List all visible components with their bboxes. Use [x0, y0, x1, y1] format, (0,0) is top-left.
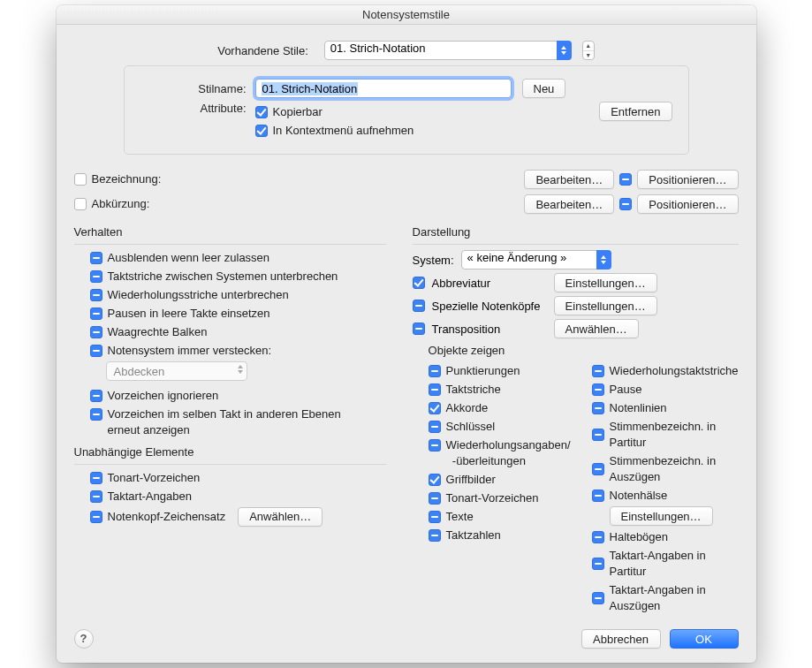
object-checkbox[interactable] — [429, 383, 441, 396]
abkuerzung-label: Abkürzung: — [92, 196, 150, 212]
help-button[interactable]: ? — [74, 629, 94, 649]
bezeichnung-position-state[interactable] — [619, 173, 632, 186]
object-checkbox[interactable] — [429, 529, 441, 542]
bezeichnung-checkbox[interactable] — [74, 173, 87, 186]
object-checkbox[interactable] — [592, 592, 604, 604]
updown-icon — [557, 41, 572, 60]
transposition-select-button[interactable]: Anwählen… — [554, 319, 639, 338]
abbrev-label: Abbreviatur — [432, 277, 547, 290]
stems-settings-button[interactable]: Einstellungen… — [610, 506, 713, 526]
objects-heading: Objekte zeigen — [429, 344, 739, 357]
verhalten-checkbox[interactable] — [90, 307, 102, 320]
object-checkbox[interactable] — [429, 492, 441, 505]
system-label: System: — [413, 254, 454, 267]
right-column: Darstellung System: « keine Änderung » A… — [413, 222, 739, 617]
abkuerzung-position-state[interactable] — [619, 198, 632, 210]
transposition-label: Transposition — [432, 323, 547, 336]
abkuerzung-position-button[interactable]: Positionieren… — [637, 194, 738, 214]
remove-button[interactable]: Entfernen — [599, 102, 672, 121]
object-checkbox[interactable] — [429, 439, 441, 452]
ignore-acc-checkbox[interactable] — [90, 390, 102, 402]
abkuerzung-checkbox[interactable] — [74, 198, 87, 210]
dialog-window: Notensystemstile Vorhandene Stile: 01. S… — [57, 5, 756, 663]
special-heads-label: Spezielle Notenköpfe — [432, 300, 547, 313]
existing-styles-select[interactable]: 01. Strich-Notation — [324, 41, 572, 60]
verhalten-checkbox[interactable] — [90, 289, 102, 301]
dialog-content: Vorhandene Stile: 01. Strich-Notation ▲▼… — [57, 25, 756, 663]
notehead-font-select-button[interactable]: Anwählen… — [238, 507, 323, 527]
contextmenu-label: In Kontextmenü aufnehmen — [273, 123, 414, 139]
verhalten-heading: Verhalten — [74, 225, 386, 239]
object-checkbox[interactable] — [592, 383, 604, 396]
bezeichnung-position-button[interactable]: Positionieren… — [637, 170, 738, 189]
abkuerzung-edit-button[interactable]: Bearbeiten… — [524, 194, 614, 214]
notehead-font-checkbox[interactable] — [90, 511, 102, 523]
timesig-checkbox[interactable] — [90, 490, 102, 503]
special-heads-checkbox[interactable] — [413, 300, 425, 312]
system-select[interactable]: « keine Änderung » — [461, 250, 611, 269]
object-checkbox[interactable] — [429, 511, 441, 523]
existing-styles-label: Vorhandene Stile: — [217, 44, 308, 57]
cancel-button[interactable]: Abbrechen — [581, 629, 661, 649]
object-checkbox[interactable] — [592, 402, 604, 414]
bezeichnung-label: Bezeichnung: — [92, 171, 162, 187]
window-title: Notensystemstile — [57, 5, 756, 25]
verhalten-checkbox[interactable] — [90, 345, 102, 357]
object-checkbox[interactable] — [429, 474, 441, 486]
attributes-label: Attribute: — [140, 102, 247, 115]
style-stepper[interactable]: ▲▼ — [582, 41, 595, 60]
object-checkbox[interactable] — [592, 463, 604, 475]
object-checkbox[interactable] — [429, 402, 441, 414]
left-column: Verhalten Ausblenden wenn leer zulassenT… — [74, 222, 386, 617]
special-heads-settings-button[interactable]: Einstellungen… — [554, 296, 657, 315]
object-checkbox[interactable] — [592, 531, 604, 543]
abbrev-settings-button[interactable]: Einstellungen… — [554, 273, 657, 292]
stylename-input[interactable]: 01. Strich-Notation — [255, 79, 512, 98]
ignore-acc-label: Vorzeichen ignorieren — [108, 388, 219, 404]
object-checkbox[interactable] — [429, 365, 441, 377]
transposition-checkbox[interactable] — [413, 323, 425, 335]
style-group: Stilname: 01. Strich-Notation Neu Attrib… — [124, 65, 689, 155]
hide-mode-select[interactable]: Abdecken — [106, 361, 247, 381]
darstellung-heading: Darstellung — [413, 225, 739, 239]
redisplay-acc-checkbox[interactable] — [90, 408, 102, 421]
verhalten-checkbox[interactable] — [90, 252, 102, 264]
updown-icon — [596, 250, 611, 269]
redisplay-acc-label: Vorzeichen im selben Takt in anderen Ebe… — [108, 406, 355, 438]
copyable-label: Kopierbar — [273, 104, 323, 120]
keysig-checkbox[interactable] — [90, 472, 102, 484]
unabhaengig-heading: Unabhängige Elemente — [74, 445, 386, 459]
object-checkbox[interactable] — [592, 558, 604, 570]
bezeichnung-edit-button[interactable]: Bearbeiten… — [524, 170, 614, 189]
verhalten-checkbox[interactable] — [90, 270, 102, 283]
new-button[interactable]: Neu — [522, 79, 566, 98]
object-checkbox[interactable] — [592, 490, 604, 502]
updown-icon — [238, 365, 243, 374]
copyable-checkbox[interactable] — [255, 106, 268, 118]
object-checkbox[interactable] — [429, 421, 441, 433]
object-checkbox[interactable] — [592, 365, 604, 377]
object-checkbox[interactable] — [592, 429, 604, 441]
abbrev-checkbox[interactable] — [413, 277, 425, 289]
ok-button[interactable]: OK — [670, 629, 739, 649]
verhalten-checkbox[interactable] — [90, 326, 102, 338]
contextmenu-checkbox[interactable] — [255, 125, 268, 137]
stylename-label: Stilname: — [140, 82, 247, 95]
